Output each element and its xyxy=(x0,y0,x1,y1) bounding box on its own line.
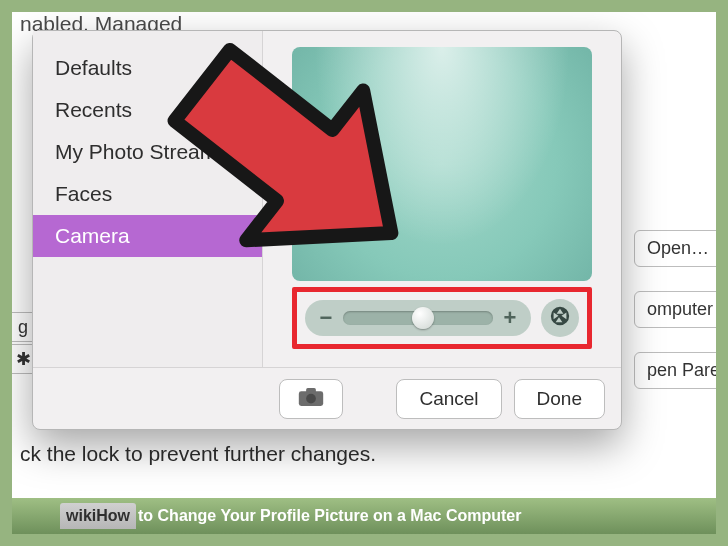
cancel-button[interactable]: Cancel xyxy=(396,379,501,419)
sidebar-item-label: Recents xyxy=(55,98,132,121)
svg-point-2 xyxy=(306,393,316,403)
lock-hint-text: ck the lock to prevent further changes. xyxy=(20,442,376,466)
sidebar-item-label: Camera xyxy=(55,224,130,247)
sidebar-item-label: My Photo Stream xyxy=(55,140,217,163)
zoom-slider[interactable]: − + xyxy=(305,300,531,336)
caption-bar: wikiHow to Change Your Profile Picture o… xyxy=(12,498,716,534)
highlight-box: − + xyxy=(292,287,592,349)
picker-sidebar: Defaults Recents My Photo Stream Faces C… xyxy=(33,31,263,367)
profile-picture-picker: Defaults Recents My Photo Stream Faces C… xyxy=(32,30,622,430)
zoom-plus-icon[interactable]: + xyxy=(503,305,517,331)
open-button-partial[interactable]: Open… xyxy=(634,230,716,267)
done-button[interactable]: Done xyxy=(514,379,605,419)
wikihow-logo: wikiHow xyxy=(60,503,136,529)
aperture-icon xyxy=(549,305,571,331)
zoom-track[interactable] xyxy=(343,311,493,325)
app-window: nabled, Managed Open… omputer pen Pare g… xyxy=(12,12,716,534)
sidebar-item-label: Defaults xyxy=(55,56,132,79)
zoom-minus-icon[interactable]: − xyxy=(319,305,333,331)
sidebar-item-faces[interactable]: Faces xyxy=(33,173,262,215)
capture-button[interactable] xyxy=(279,379,343,419)
caption-text: to Change Your Profile Picture on a Mac … xyxy=(138,507,521,525)
open-parent-button-partial[interactable]: pen Pare xyxy=(634,352,716,389)
background-right-buttons: Open… omputer pen Pare xyxy=(634,230,716,413)
sidebar-item-label: Faces xyxy=(55,182,112,205)
sidebar-item-recents[interactable]: Recents xyxy=(33,89,262,131)
zoom-thumb[interactable] xyxy=(412,307,434,329)
sidebar-item-camera[interactable]: Camera xyxy=(33,215,262,257)
computer-button-partial[interactable]: omputer xyxy=(634,291,716,328)
sidebar-item-defaults[interactable]: Defaults xyxy=(33,47,262,89)
preview-pane: − + xyxy=(263,31,621,367)
camera-icon xyxy=(298,386,324,412)
camera-preview xyxy=(292,47,592,281)
svg-rect-1 xyxy=(306,388,316,393)
picker-body: Defaults Recents My Photo Stream Faces C… xyxy=(33,31,621,367)
effects-button[interactable] xyxy=(541,299,579,337)
sidebar-item-my-photo-stream[interactable]: My Photo Stream xyxy=(33,131,262,173)
picker-footer: Cancel Done xyxy=(33,367,621,429)
